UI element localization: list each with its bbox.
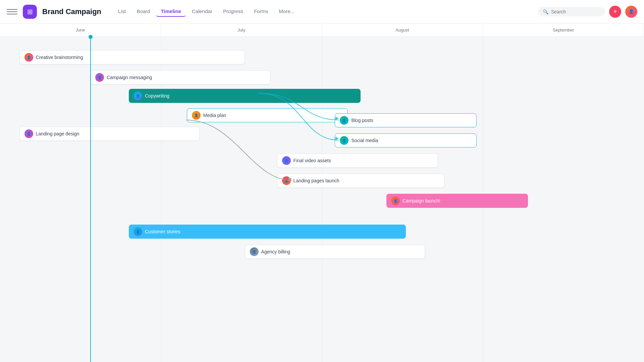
task-label-media-plan: Media plan xyxy=(203,113,226,118)
task-creative-brainstorming[interactable]: 👤 Creative brainstorming xyxy=(19,50,245,64)
add-button[interactable]: + xyxy=(609,6,621,18)
timeline-container: June July August September xyxy=(0,23,644,362)
tab-progress[interactable]: Progress xyxy=(218,6,248,17)
avatar-campaign-messaging: 👤 xyxy=(95,73,104,82)
task-label-final-video-assets: Final video assets xyxy=(293,158,331,163)
task-blog-posts[interactable]: 👤 Blog posts xyxy=(335,113,476,127)
today-dot xyxy=(89,35,93,39)
avatar-final-video-assets: 👤 xyxy=(282,156,291,165)
search-input[interactable] xyxy=(551,9,600,14)
avatar-agency-billing: 👤 xyxy=(250,247,259,256)
task-label-blog-posts: Blog posts xyxy=(351,118,373,123)
task-label-social-media: Social media xyxy=(351,138,378,143)
task-landing-pages-launch[interactable]: 👤 Landing pages launch xyxy=(277,174,444,188)
tab-more[interactable]: More... xyxy=(274,6,299,17)
task-final-video-assets[interactable]: 👤 Final video assets xyxy=(277,154,438,168)
task-campaign-messaging[interactable]: 👤 Campaign messaging xyxy=(90,70,271,84)
task-label-landing-page-design: Landing page design xyxy=(36,131,79,136)
task-customer-stories[interactable]: 👤 Customer stories xyxy=(129,225,406,239)
task-social-media[interactable]: 👤 Social media xyxy=(335,133,476,147)
avatar-copywriting: 👤 xyxy=(133,92,142,100)
avatar-creative-brainstorming: 👤 xyxy=(24,53,33,62)
tab-forms[interactable]: Forms xyxy=(249,6,273,17)
task-label-customer-stories: Customer stories xyxy=(145,229,180,234)
task-label-campaign-messaging: Campaign messaging xyxy=(107,75,152,80)
month-headers: June July August September xyxy=(0,23,644,37)
logo-icon: ⊞ xyxy=(27,8,33,16)
search-icon: 🔍 xyxy=(543,9,548,14)
month-july: July xyxy=(161,23,322,37)
task-landing-page-design[interactable]: 👤 Landing page design xyxy=(19,127,200,141)
tab-list[interactable]: List xyxy=(113,6,130,17)
task-label-copywriting: Copywriting xyxy=(145,93,169,99)
avatar-social-media: 👤 xyxy=(340,136,348,145)
task-copywriting[interactable]: 👤 Copywriting xyxy=(129,89,361,103)
search-box[interactable]: 🔍 xyxy=(538,7,605,16)
avatar-customer-stories: 👤 xyxy=(133,227,142,236)
task-agency-billing[interactable]: 👤 Agency billing xyxy=(245,245,425,259)
avatar-media-plan: 👤 xyxy=(192,111,201,120)
month-august: August xyxy=(322,23,483,37)
topbar-right: 🔍 + 👤 xyxy=(538,6,637,18)
app-logo: ⊞ xyxy=(23,5,37,19)
grid-lines xyxy=(0,37,644,362)
project-title: Brand Campaign xyxy=(42,7,101,16)
task-campaign-launch[interactable]: 👤 Campaign launch! xyxy=(386,194,528,208)
timeline-body: 👤 Creative brainstorming 👤 Campaign mess… xyxy=(0,37,644,362)
menu-button[interactable] xyxy=(7,6,17,17)
avatar-blog-posts: 👤 xyxy=(340,116,348,125)
tab-calendar[interactable]: Calendar xyxy=(187,6,217,17)
nav-tabs: List Board Timeline Calendar Progress Fo… xyxy=(113,6,299,17)
month-june: June xyxy=(0,23,161,37)
avatar-landing-pages-launch: 👤 xyxy=(282,176,291,185)
topbar: ⊞ Brand Campaign List Board Timeline Cal… xyxy=(0,0,644,23)
tab-board[interactable]: Board xyxy=(132,6,155,17)
tab-timeline[interactable]: Timeline xyxy=(156,6,186,17)
user-avatar[interactable]: 👤 xyxy=(625,6,637,18)
today-marker xyxy=(90,37,91,362)
month-september: September xyxy=(483,23,644,37)
avatar-campaign-launch: 👤 xyxy=(391,196,400,205)
task-label-campaign-launch: Campaign launch! xyxy=(402,198,440,203)
connections-svg xyxy=(0,37,644,362)
task-label-creative-brainstorming: Creative brainstorming xyxy=(36,55,83,60)
task-label-landing-pages-launch: Landing pages launch xyxy=(293,178,339,183)
task-label-agency-billing: Agency billing xyxy=(261,249,290,254)
task-media-plan[interactable]: 👤 Media plan xyxy=(187,108,348,122)
avatar-landing-page-design: 👤 xyxy=(24,129,33,138)
